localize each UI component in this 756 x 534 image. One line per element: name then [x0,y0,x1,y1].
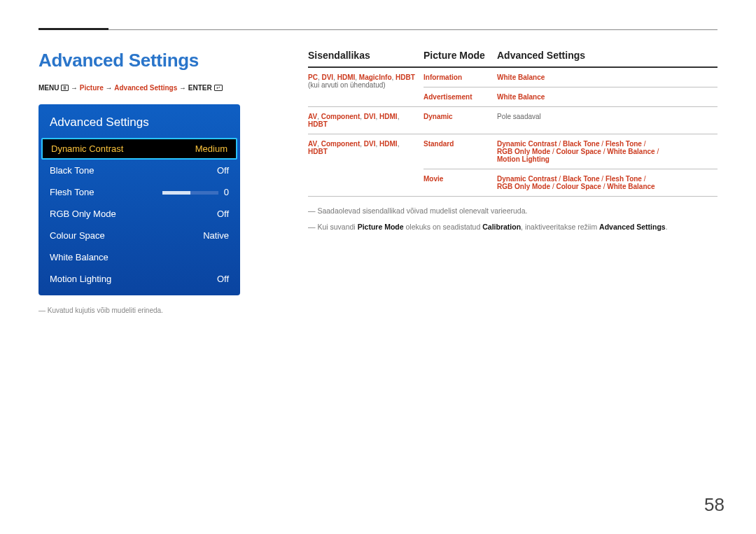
settings-table: Sisendallikas Picture Mode Advanced Sett… [308,50,718,197]
osd-row-black-tone[interactable]: Black ToneOff [38,160,240,181]
breadcrumb-advanced: Advanced Settings [114,84,177,92]
cell-source: AV, Component, DVI, HDMI, HDBT [308,134,424,197]
osd-value: Off [217,209,229,219]
osd-value: Native [203,230,229,241]
osd-label: RGB Only Mode [50,209,116,219]
table-row: AV, Component, DVI, HDMI, HDBTDynamicPol… [308,107,718,134]
osd-label: White Balance [50,252,108,262]
note-2: Kui suvandi Picture Mode olekuks on sead… [308,221,718,233]
top-rule [38,28,718,30]
osd-label: Flesh Tone [50,187,94,197]
cell-advanced: White Balance [497,87,718,107]
osd-value: Off [217,165,229,176]
cell-picture-mode: Standard [424,134,497,169]
osd-label: Colour Space [50,230,105,241]
osd-row-colour-space[interactable]: Colour SpaceNative [38,225,240,246]
cell-picture-mode: Dynamic [424,107,497,134]
cell-picture-mode: Information [424,67,497,87]
cell-source: AV, Component, DVI, HDMI, HDBT [308,107,424,134]
breadcrumb-menu: MENU [38,84,59,92]
page-number: 58 [704,494,724,516]
menu-icon: Ⅲ [61,85,69,91]
osd-label: Black Tone [50,165,94,176]
osd-value: 0 [162,187,229,197]
page-title: Advanced Settings [38,50,270,71]
table-row: PC, DVI, HDMI, MagicInfo, HDBT (kui arvu… [308,67,718,87]
breadcrumb-picture: Picture [80,84,104,92]
cell-picture-mode: Advertisement [424,87,497,107]
th-advanced: Advanced Settings [497,50,718,67]
osd-row-white-balance[interactable]: White Balance [38,246,240,268]
osd-panel: Advanced Settings Dynamic ContrastMedium… [38,104,240,295]
osd-value: Medium [195,143,227,154]
enter-icon: ↵ [214,85,223,91]
panel-note: Kuvatud kujutis võib mudeliti erineda. [38,307,270,314]
osd-row-motion-lighting[interactable]: Motion LightingOff [38,268,240,290]
osd-label: Dynamic Contrast [51,143,123,154]
cell-source: PC, DVI, HDMI, MagicInfo, HDBT (kui arvu… [308,67,424,107]
cell-advanced: White Balance [497,67,718,87]
slider-track[interactable] [162,191,218,195]
table-row: AV, Component, DVI, HDMI, HDBTStandardDy… [308,134,718,169]
cell-advanced: Dynamic Contrast / Black Tone / Flesh To… [497,169,718,197]
osd-label: Motion Lighting [50,274,111,284]
cell-picture-mode: Movie [424,169,497,197]
osd-row-flesh-tone[interactable]: Flesh Tone0 [38,181,240,203]
th-source: Sisendallikas [308,50,424,67]
osd-row-rgb-only-mode[interactable]: RGB Only ModeOff [38,203,240,225]
breadcrumb: MENU Ⅲ → Picture → Advanced Settings → E… [38,84,270,92]
osd-value: Off [217,274,229,284]
th-picture-mode: Picture Mode [424,50,497,67]
cell-advanced: Dynamic Contrast / Black Tone / Flesh To… [497,134,718,169]
osd-row-dynamic-contrast[interactable]: Dynamic ContrastMedium [41,138,237,160]
osd-title: Advanced Settings [38,111,240,138]
note-1: Saadaolevad sisendallikad võivad mudelis… [308,205,718,217]
breadcrumb-enter: ENTER [188,84,212,92]
cell-advanced: Pole saadaval [497,107,718,134]
